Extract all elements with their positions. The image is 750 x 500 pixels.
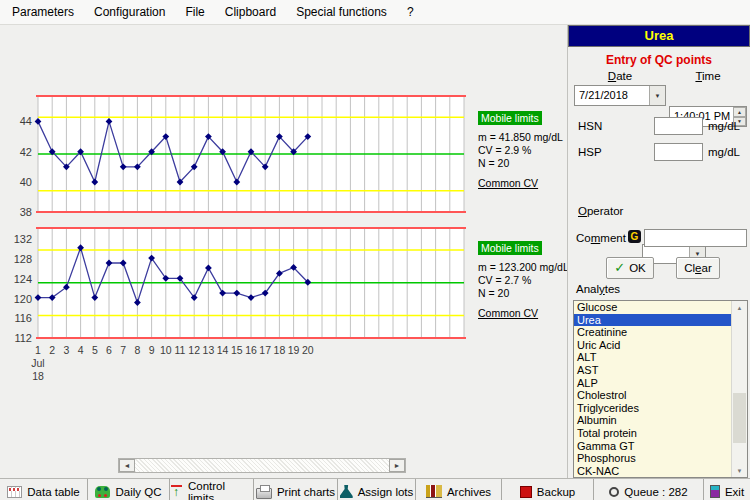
toolbar-button-label: Data table (27, 486, 79, 498)
svg-text:18: 18 (274, 344, 286, 356)
analyte-option-creatinine[interactable]: Creatinine (574, 326, 747, 339)
svg-text:17: 17 (259, 344, 271, 356)
analyte-option-gamma-gt[interactable]: Gamma GT (574, 440, 747, 453)
analyte-option-alp[interactable]: ALP (574, 377, 747, 390)
svg-text:112: 112 (14, 332, 32, 344)
comment-label: Comment (576, 232, 626, 244)
clear-button-label: Clear (684, 262, 712, 274)
toolbar-button-label: Exit (725, 486, 744, 498)
analyte-option-phosphorus[interactable]: Phosphorus (574, 452, 747, 465)
control-limits-icon (170, 485, 183, 499)
ok-button[interactable]: ✓ OK (606, 257, 654, 279)
svg-text:13: 13 (203, 344, 215, 356)
svg-text:8: 8 (134, 344, 140, 356)
svg-text:5: 5 (92, 344, 98, 356)
toolbar-button-control-limits[interactable]: Control limits (170, 479, 254, 500)
svg-text:40: 40 (20, 176, 32, 188)
svg-text:124: 124 (14, 273, 32, 285)
toolbar-button-exit[interactable]: Exit (704, 479, 750, 500)
toolbar-button-label: Queue : 282 (624, 486, 687, 498)
hsp-label: HSP (578, 146, 602, 158)
toolbar-button-label: Backup (537, 486, 575, 498)
svg-text:19: 19 (288, 344, 300, 356)
backup-icon (520, 486, 532, 498)
analyte-option-albumin[interactable]: Albumin (574, 414, 747, 427)
hsp-unit-label: mg/dL (708, 146, 740, 158)
print-charts-icon (256, 488, 272, 499)
spin-up-icon: ▲ (737, 109, 742, 115)
scroll-left-button[interactable]: ◄ (119, 459, 135, 472)
toolbar-button-backup[interactable]: Backup (502, 479, 594, 500)
toolbar-button-data-table[interactable]: Data table (0, 479, 88, 500)
common-cv-link[interactable]: Common CV (478, 177, 538, 189)
analyte-title: Urea (568, 25, 750, 47)
bottom-toolbar: Data tableDaily QCControl limitsPrint ch… (0, 478, 750, 500)
toolbar-button-archives[interactable]: Archives (416, 479, 502, 500)
hsn-label: HSN (578, 120, 602, 132)
common-cv-link[interactable]: Common CV (478, 307, 538, 319)
analyte-option-total-protein[interactable]: Total protein (574, 427, 747, 440)
hsp-input[interactable] (654, 143, 703, 161)
svg-text:38: 38 (20, 206, 32, 218)
svg-text:1: 1 (35, 344, 41, 356)
menu-item-parameters[interactable]: Parameters (2, 0, 84, 24)
analyte-option-alt[interactable]: ALT (574, 351, 747, 364)
menu-item-special-functions[interactable]: Special functions (286, 0, 397, 24)
date-combobox[interactable]: 7/21/2018 ▼ (574, 85, 666, 106)
menu-item-clipboard[interactable]: Clipboard (215, 0, 286, 24)
daily-qc-icon (95, 486, 110, 498)
analyte-option-triglycerides[interactable]: Triglycerides (574, 402, 747, 415)
menu-item-configuration[interactable]: Configuration (84, 0, 175, 24)
scrollbar-track[interactable] (135, 459, 389, 472)
svg-text:10: 10 (160, 344, 172, 356)
n-value-text: N = 20 (478, 157, 563, 169)
analytes-items: GlucoseUreaCreatinineUric AcidALTASTALPC… (574, 301, 747, 477)
toolbar-button-assign-lots[interactable]: Assign lots (338, 479, 416, 500)
comment-badge-icon[interactable]: G (628, 230, 641, 243)
mean-value-text: m = 123.200 mg/dL (478, 261, 569, 273)
toolbar-button-print-charts[interactable]: Print charts (254, 479, 338, 500)
analyte-option-glucose[interactable]: Glucose (574, 301, 747, 314)
svg-text:Jul: Jul (31, 357, 44, 369)
toolbar-button-label: Archives (447, 486, 491, 498)
spin-up-button[interactable]: ▲ (733, 107, 746, 117)
date-label: Date (574, 70, 666, 82)
analyte-option-cholestrol[interactable]: Cholestrol (574, 389, 747, 402)
analyte-option-urea[interactable]: Urea (574, 314, 747, 327)
svg-text:20: 20 (302, 344, 314, 356)
clear-button[interactable]: Clear (676, 257, 720, 279)
analytes-label: Analytes (576, 283, 620, 295)
chevron-down-icon: ▼ (655, 93, 661, 99)
toolbar-button-label: Daily QC (115, 486, 161, 498)
date-dropdown-button[interactable]: ▼ (649, 86, 665, 105)
scroll-up-button[interactable]: ▲ (732, 301, 747, 314)
analyte-option-uric-acid[interactable]: Uric Acid (574, 339, 747, 352)
menu-item-[interactable]: ? (397, 0, 424, 24)
scroll-down-button[interactable]: ▼ (732, 464, 747, 477)
comment-input[interactable] (644, 229, 747, 247)
svg-text:2: 2 (49, 344, 55, 356)
analytes-listbox[interactable]: GlucoseUreaCreatinineUric AcidALTASTALPC… (573, 300, 748, 478)
menu-item-file[interactable]: File (175, 0, 214, 24)
svg-text:7: 7 (120, 344, 126, 356)
svg-text:120: 120 (14, 293, 32, 305)
scroll-right-button[interactable]: ► (389, 459, 405, 472)
toolbar-button-queue-282[interactable]: Queue : 282 (594, 479, 704, 500)
chart-h-scrollbar[interactable]: ◄ ► (118, 458, 406, 473)
svg-text:4: 4 (78, 344, 84, 356)
analytes-scrollbar[interactable]: ▲ ▼ (731, 301, 747, 477)
exit-icon (710, 485, 720, 498)
analyte-option-ck-nac[interactable]: CK-NAC (574, 465, 747, 478)
toolbar-button-daily-qc[interactable]: Daily QC (88, 479, 170, 500)
check-icon: ✓ (614, 263, 625, 273)
toolbar-button-label: Assign lots (358, 486, 414, 498)
n-value-text: N = 20 (478, 287, 569, 299)
svg-text:18: 18 (32, 370, 44, 382)
mobile-limits-badge: Mobile limits (478, 111, 542, 125)
hsn-input[interactable] (654, 117, 703, 135)
scrollbar-thumb[interactable] (733, 393, 746, 443)
cv-value-text: CV = 2.9 % (478, 144, 563, 156)
menu-bar: ParametersConfigurationFileClipboardSpec… (0, 0, 750, 25)
svg-text:128: 128 (14, 253, 32, 265)
analyte-option-ast[interactable]: AST (574, 364, 747, 377)
